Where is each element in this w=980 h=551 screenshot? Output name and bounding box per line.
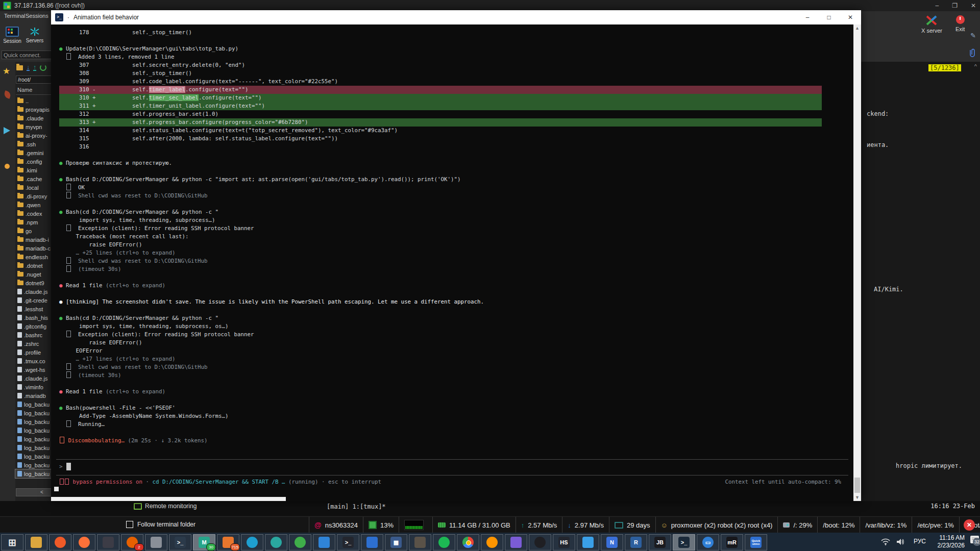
taskbar-icon-spotify[interactable] — [433, 534, 455, 550]
moba-maximize-button[interactable]: ❐ — [952, 2, 958, 9]
taskbar-icon-hs-app[interactable]: HS — [553, 534, 575, 550]
moba-close-button[interactable]: ✕ — [971, 2, 976, 9]
quick-connect-input[interactable] — [2, 51, 53, 59]
taskbar-icon-teal-app[interactable] — [265, 534, 287, 550]
clock[interactable]: 11:16 AM 2/23/2026 — [928, 534, 965, 549]
path-input[interactable] — [16, 76, 52, 84]
menu-sessions[interactable]: Sessions — [26, 13, 48, 19]
taskbar-icon-chrome[interactable] — [457, 534, 479, 550]
mobaxterm-window-title: 37.187.136.86 ([root ovh]) — [14, 2, 85, 9]
file-name: .lesshst — [24, 306, 43, 312]
prompt-line[interactable]: > — [51, 460, 853, 473]
terminal-fragment: иента. — [867, 141, 889, 148]
taskbar-badge: 30 — [206, 543, 216, 551]
download-icon[interactable]: ↓ — [27, 65, 30, 71]
pencil-icon[interactable]: ✎ — [970, 32, 976, 39]
log-icon — [17, 419, 22, 424]
taskbar-icon-task-manager[interactable]: ▦ — [385, 534, 407, 550]
taskbar-icon-file-explorer[interactable] — [25, 534, 47, 550]
folder-icon — [17, 263, 23, 268]
terminal-minimize-button[interactable]: – — [797, 10, 818, 24]
taskbar-icon-notepad-plus[interactable]: N — [601, 534, 623, 550]
taskbar-icon-remote-r-app[interactable]: R — [625, 534, 647, 550]
file-name: log_backu — [24, 436, 50, 442]
taskbar-icon-terminal-app[interactable]: >_ — [169, 534, 191, 550]
paperclip-icon[interactable] — [968, 48, 977, 58]
taskbar-icon-firefox[interactable] — [73, 534, 95, 550]
x-server-button[interactable]: X server — [921, 15, 942, 34]
taskbar-icon-mobaxterm[interactable]: M30 — [193, 534, 215, 550]
file-icon — [17, 393, 22, 398]
terminal-titlebar[interactable]: >_ · Animation field behavior – □ ✕ — [51, 10, 861, 24]
scroll-up-arrow-icon[interactable]: ▲ — [853, 26, 861, 31]
refresh-icon[interactable] — [40, 64, 46, 71]
taskbar-icon-brave[interactable] — [49, 534, 71, 550]
taskbar-icon-gimp[interactable] — [409, 534, 431, 550]
notification-dot-icon[interactable] — [5, 164, 10, 169]
taskbar-icon-edge[interactable] — [241, 534, 263, 550]
statusbar-value: proxmoxer (x2) robot (x2) root (x4) — [671, 521, 773, 529]
notification-icon[interactable]: 32 — [970, 536, 979, 543]
send-icon[interactable] — [4, 127, 10, 134]
file-name: .npm — [26, 219, 38, 226]
wifi-icon[interactable] — [881, 538, 890, 545]
taskbar-icon-mremoteng[interactable]: mR — [721, 534, 743, 550]
taskbar-icon-remote-monitor[interactable]: ▭ — [697, 534, 719, 550]
session-button[interactable]: Session — [2, 21, 23, 49]
taskbar-icon-green-app[interactable] — [289, 534, 311, 550]
taskbar-icon-vscode[interactable] — [313, 534, 335, 550]
taskbar-icon-powershell[interactable]: >_ — [673, 534, 695, 550]
file-name: log_backu — [24, 445, 50, 451]
exit-button[interactable]: Exit — [955, 15, 965, 32]
file-name: log_backu — [24, 410, 50, 416]
taskbar-icon-blue-app[interactable] — [361, 534, 383, 550]
taskbar-icon-obs[interactable] — [529, 534, 551, 550]
terminal-close-button[interactable]: ✕ — [840, 10, 861, 24]
file-name: .viminfo — [24, 384, 43, 390]
scrollbar-thumb[interactable] — [854, 478, 860, 493]
taskbar-icon-jetbrains[interactable]: JB — [649, 534, 671, 550]
remote-monitoring-button[interactable]: Remote monitoring — [134, 503, 197, 510]
parent-folder-icon[interactable] — [16, 65, 23, 70]
taskbar-icon-photos[interactable] — [577, 534, 599, 550]
horizontal-scrollbar[interactable] — [51, 497, 286, 501]
scroll-up-icon[interactable]: ^ — [974, 63, 977, 69]
taskbar-icon-firefox-developer[interactable]: 2 — [121, 534, 143, 550]
file-name: ai-proxy- — [26, 133, 47, 139]
scroll-down-arrow-icon[interactable]: ▼ — [853, 495, 861, 500]
language-indicator[interactable]: РУС — [914, 538, 926, 545]
hs-app-icon: HS — [558, 537, 570, 548]
taskbar-icon-dark-app[interactable] — [97, 534, 119, 550]
statusbar-disk-root: /: 29% — [777, 517, 817, 533]
taskbar-icon-orange-app[interactable]: 715 — [217, 534, 239, 550]
remote-monitoring-label: Remote monitoring — [145, 503, 197, 510]
speaker-icon[interactable] — [896, 538, 904, 545]
menu-terminal[interactable]: Terminal — [4, 13, 26, 19]
taskbar-icon-purple-app[interactable] — [505, 534, 527, 550]
macros-icon[interactable] — [3, 90, 12, 99]
taskbar-icon-windows-terminal[interactable]: >_ — [337, 534, 359, 550]
taskbar-icon-start[interactable]: ⊞ — [1, 534, 23, 550]
terminal-maximize-button[interactable]: □ — [818, 10, 840, 24]
taskbar-icon-firefox-2[interactable] — [481, 534, 503, 550]
taskbar-icon-quick-utmo[interactable]: Quick utmo — [745, 534, 767, 550]
moba-minimize-button[interactable]: – — [935, 2, 939, 9]
cpu-icon — [369, 521, 377, 529]
taskbar-icon-gray-app[interactable] — [145, 534, 167, 550]
file-icon — [17, 297, 22, 303]
vertical-scrollbar[interactable]: ▲ ▼ — [853, 24, 861, 501]
statusbar-cpu-graph — [399, 517, 432, 533]
checkbox-icon[interactable] — [126, 521, 133, 528]
follow-terminal-folder[interactable]: Follow terminal folder — [126, 521, 195, 528]
servers-button[interactable]: Servers — [24, 21, 45, 49]
upload-icon[interactable]: ↑ — [33, 65, 36, 71]
statusbar-close-button[interactable]: ✕ — [964, 519, 975, 531]
terminal-line: ● Read 1 file (ctrl+o to expand) — [59, 388, 853, 396]
terminal-line: Add-Type -AssemblyName System.Windows.Fo… — [59, 412, 853, 420]
file-name: log_backu — [24, 402, 50, 408]
taskbar-badge: 715 — [230, 543, 240, 551]
terminal-line — [59, 380, 853, 388]
log-icon — [17, 402, 22, 407]
favorites-star-icon[interactable]: ★ — [3, 66, 10, 77]
graph-icon — [404, 520, 424, 530]
